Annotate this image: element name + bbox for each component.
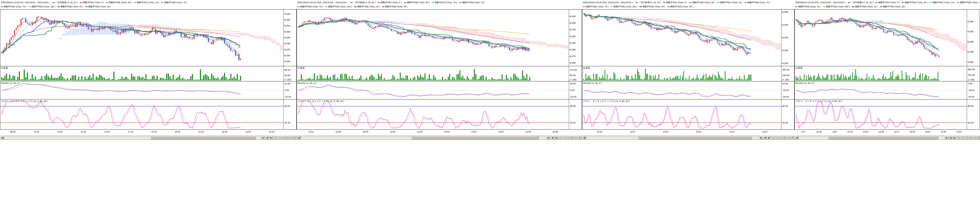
legend-label: 移動平均M( Close, 75 ) bbox=[798, 5, 821, 8]
scroll-left-button[interactable]: ◀ bbox=[795, 136, 799, 139]
chart-tool-button-7[interactable]: R bbox=[293, 136, 296, 139]
chart-tool-button-7[interactable]: R bbox=[791, 136, 794, 139]
scroll-left-button[interactable]: ◀ bbox=[0, 136, 4, 139]
chart-tool-button-0[interactable]: ◀ bbox=[551, 136, 554, 139]
chart-tool-button-1[interactable]: ▶ bbox=[953, 136, 956, 139]
price-axis-label: 8,255 bbox=[968, 61, 974, 63]
scrollbar-track[interactable] bbox=[301, 136, 547, 139]
chart-tool-button-7[interactable]: R bbox=[578, 136, 582, 139]
scroll-right-button[interactable]: ▶ bbox=[261, 136, 265, 139]
horizontal-scrollbar[interactable]: ◀▶◀▶＋－□DLR bbox=[0, 135, 297, 140]
chart-tool-button-6[interactable]: L bbox=[289, 136, 293, 139]
legend-label: 移動平均M( Close, 150 ) bbox=[614, 5, 638, 8]
legend-color-chip bbox=[852, 6, 854, 7]
scroll-left-button[interactable]: ◀ bbox=[297, 136, 301, 139]
legend-label: 移動平均M( Close, 25 ) bbox=[88, 5, 111, 8]
scrollbar-thumb[interactable] bbox=[151, 136, 256, 139]
legend-label: 移動平均K( Close, 10 ) bbox=[932, 1, 955, 4]
scrollbar-track[interactable] bbox=[799, 136, 945, 139]
price-axis-label: 8,270 bbox=[285, 48, 290, 51]
chart-tool-button-4[interactable]: □ bbox=[779, 136, 783, 139]
macd-axis-label: 10.00 bbox=[782, 82, 788, 85]
time-axis-label: 11/23 bbox=[471, 131, 477, 133]
volume-unit-label: (× 100) bbox=[782, 79, 789, 81]
macd-axis-label: -22.00 bbox=[285, 95, 291, 98]
legend-label: 移動平均M( Close, 75 ) bbox=[462, 1, 485, 4]
chart-tool-button-0[interactable]: ◀ bbox=[763, 136, 767, 139]
legend-color-chip bbox=[459, 2, 461, 3]
volume-section-label: 出来高 bbox=[298, 66, 305, 69]
scroll-left-button[interactable]: ◀ bbox=[582, 136, 586, 139]
chart-tool-button-5[interactable]: D bbox=[968, 136, 972, 139]
legend-label: 一目均衡表( 9, 26, 52 ) bbox=[55, 1, 78, 4]
legend-color-chip bbox=[823, 6, 825, 7]
chart-tool-button-5[interactable]: D bbox=[570, 136, 574, 139]
price-axis-label: 8,250 bbox=[570, 61, 576, 64]
chart-tool-button-3[interactable]: － bbox=[562, 136, 566, 139]
legend-label: 移動平均M( Close, 40 ) bbox=[692, 1, 715, 4]
legend-label: 移動平均K( Close, 10 ) bbox=[435, 1, 457, 4]
price-axis-label: 8,355 bbox=[782, 36, 788, 39]
scroll-right-button[interactable]: ▶ bbox=[759, 136, 763, 139]
horizontal-scrollbar[interactable]: ◀▶◀▶＋－□DLR bbox=[582, 135, 794, 140]
chart-tool-button-3[interactable]: － bbox=[775, 136, 779, 139]
macd-lines bbox=[582, 90, 781, 97]
stoch-section-label: スロー・ストキャスティクス( 14, 3, 80, 20 ) bbox=[1, 100, 48, 103]
horizontal-scrollbar[interactable]: ◀▶◀▶＋－□DLR bbox=[794, 135, 980, 140]
legend-label: 移動平均M( Close, 40 ) bbox=[905, 1, 928, 4]
price-axis-label: 8,260 bbox=[285, 54, 290, 57]
chart-tool-button-6[interactable]: L bbox=[574, 136, 578, 139]
time-axis-label: 20:00 bbox=[552, 131, 558, 133]
chart-tool-button-2[interactable]: ＋ bbox=[558, 136, 562, 139]
chart-tool-button-5[interactable]: D bbox=[285, 136, 289, 139]
chart-tool-button-2[interactable]: ＋ bbox=[273, 136, 277, 139]
legend-color-chip bbox=[848, 2, 850, 3]
scrollbar-track[interactable] bbox=[4, 136, 261, 139]
legend-color-chip bbox=[717, 2, 719, 3]
indicator-legend-line2: 移動平均M( Close, 75 )移動平均M( Close, 150 )移動平… bbox=[0, 5, 297, 9]
scrollbar-thumb[interactable] bbox=[638, 136, 752, 139]
legend-color-chip bbox=[929, 2, 932, 3]
chart-tool-button-3[interactable]: － bbox=[277, 136, 281, 139]
stoch-axis-label: 80.00 bbox=[285, 104, 290, 107]
chart-tool-button-4[interactable]: □ bbox=[566, 136, 570, 139]
horizontal-scrollbar[interactable]: ◀▶◀▶＋－□DLR bbox=[297, 135, 582, 140]
price-axis-label: 8,275 bbox=[570, 55, 576, 57]
scroll-right-button[interactable]: ▶ bbox=[945, 136, 948, 139]
indicator-legend-line1: 日経225mini 11/12( 5分, 2011/11/21 - 2011/1… bbox=[0, 0, 297, 5]
time-axis-label: 11/24 bbox=[956, 131, 962, 133]
scrollbar-thumb[interactable] bbox=[828, 136, 939, 139]
chart-tool-button-0[interactable]: ◀ bbox=[949, 136, 952, 139]
chart-panel-15min: 日経225mini 11/12( 15分, 2011/11/15 - 2011/… bbox=[297, 0, 582, 140]
legend-color-chip bbox=[106, 2, 108, 3]
price-axis-label: 8,305 bbox=[968, 51, 974, 53]
stoch-axis-label: 20.00 bbox=[968, 121, 974, 124]
scrollbar-track[interactable] bbox=[586, 136, 759, 139]
chart-tool-button-1[interactable]: ▶ bbox=[555, 136, 558, 139]
stochastics-lines bbox=[795, 101, 967, 128]
chart-tool-button-2[interactable]: ＋ bbox=[771, 136, 775, 139]
time-axis-label: 11/23 bbox=[762, 131, 768, 133]
moving-average-lines bbox=[796, 19, 939, 56]
panel-title: 日経225mini 11/12( 5分, 2011/11/21 - 2011/1… bbox=[1, 1, 49, 4]
chart-tool-button-3[interactable]: － bbox=[961, 136, 964, 139]
chart-tool-button-4[interactable]: □ bbox=[281, 136, 285, 139]
chart-tool-button-6[interactable]: L bbox=[787, 136, 790, 139]
chart-tool-button-4[interactable]: □ bbox=[964, 136, 968, 139]
legend-color-chip bbox=[611, 6, 613, 7]
chart-plot: 8,4258,4008,3758,3508,3258,3008,2758,250… bbox=[297, 9, 582, 130]
moving-average-lines bbox=[584, 13, 751, 53]
panel-title: 日経225mini 11/12( 30分, 2011/11/16 - 2011/… bbox=[583, 1, 633, 4]
chart-tool-button-2[interactable]: ＋ bbox=[956, 136, 960, 139]
scrollbar-thumb[interactable] bbox=[411, 136, 539, 139]
scroll-right-button[interactable]: ▶ bbox=[547, 136, 550, 139]
chart-tool-button-6[interactable]: L bbox=[972, 136, 976, 139]
chart-tool-button-1[interactable]: ▶ bbox=[767, 136, 771, 139]
price-axis-label: 8,425 bbox=[570, 15, 576, 17]
chart-tool-button-0[interactable]: ◀ bbox=[265, 136, 269, 139]
chart-tool-button-7[interactable]: R bbox=[976, 136, 980, 139]
chart-tool-button-5[interactable]: D bbox=[783, 136, 786, 139]
chart-tool-button-1[interactable]: ▶ bbox=[269, 136, 273, 139]
legend-label: 移動平均M( Close, 150 ) bbox=[32, 5, 56, 8]
price-axis-label: 8,325 bbox=[570, 41, 576, 44]
